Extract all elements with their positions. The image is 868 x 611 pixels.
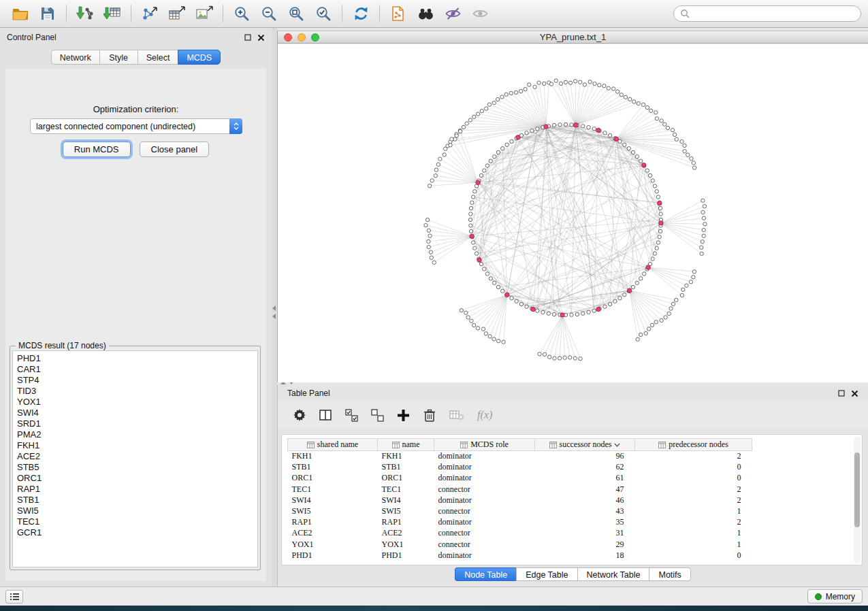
open-session-button[interactable] xyxy=(7,3,34,25)
mcds-result-item[interactable]: ORC1 xyxy=(17,473,257,484)
mcds-result-item[interactable]: CAR1 xyxy=(17,364,257,375)
table-cell[interactable]: 96 xyxy=(535,451,635,462)
table-cell[interactable]: 35 xyxy=(535,517,635,528)
optimization-criterion-select[interactable]: largest connected component (undirected) xyxy=(30,118,242,134)
table-scrollbar-thumb[interactable] xyxy=(854,452,860,527)
tab-select[interactable]: Select xyxy=(138,50,178,65)
table-cell[interactable]: ACE2 xyxy=(378,528,434,539)
network-canvas-svg[interactable] xyxy=(278,44,868,382)
table-cell[interactable]: 1 xyxy=(635,539,752,550)
column-header-successor-nodes[interactable]: successor nodes xyxy=(535,439,635,451)
table-cell[interactable]: 2 xyxy=(635,484,752,495)
mcds-result-item[interactable]: STB1 xyxy=(17,495,257,506)
table-cell[interactable]: 43 xyxy=(535,506,635,516)
table-cell[interactable]: SWI5 xyxy=(288,506,378,516)
table-cell[interactable]: dominator xyxy=(434,451,535,462)
mcds-result-list[interactable]: PHD1CAR1STP4TID3YOX1SWI4SRD1PMA2FKH1ACE2… xyxy=(12,350,258,567)
mcds-result-item[interactable]: PHD1 xyxy=(17,353,257,364)
table-row[interactable]: STB1STB1dominator620 xyxy=(288,462,752,473)
table-cell[interactable]: 1 xyxy=(635,528,752,539)
network-window-titlebar[interactable]: YPA_prune.txt_1 xyxy=(278,31,868,44)
select-all-rows-button[interactable] xyxy=(345,409,358,422)
table-cell[interactable]: 61 xyxy=(535,473,635,484)
collapse-left-icon[interactable] xyxy=(272,314,276,319)
column-header-predecessor-nodes[interactable]: predecessor nodes xyxy=(635,439,752,451)
network-nodes[interactable] xyxy=(424,79,707,361)
table-cell[interactable]: RAP1 xyxy=(378,517,434,528)
table-cell[interactable]: 0 xyxy=(635,473,752,484)
table-cell[interactable]: 0 xyxy=(635,550,752,561)
mcds-result-item[interactable]: GCR1 xyxy=(17,527,257,538)
table-cell[interactable]: dominator xyxy=(434,495,535,506)
memory-button[interactable]: Memory xyxy=(807,589,863,604)
collapse-left-icon[interactable] xyxy=(272,306,276,311)
column-header-mcds-role[interactable]: MCDS role xyxy=(434,439,535,451)
table-cell[interactable]: YOX1 xyxy=(378,539,434,550)
table-cell[interactable]: YOX1 xyxy=(288,539,378,550)
mcds-result-item[interactable]: RAP1 xyxy=(17,484,257,495)
function-builder-button[interactable]: f(x) xyxy=(477,409,492,421)
task-history-button[interactable] xyxy=(5,590,23,604)
network-canvas[interactable] xyxy=(278,44,868,382)
column-menu-icon[interactable] xyxy=(549,442,557,448)
table-cell[interactable]: RAP1 xyxy=(288,517,378,528)
tab-network[interactable]: Network xyxy=(51,50,99,65)
tab-style[interactable]: Style xyxy=(99,50,138,65)
show-all-button[interactable] xyxy=(466,3,494,25)
table-cell[interactable]: 47 xyxy=(535,484,635,495)
zoom-out-button[interactable] xyxy=(255,3,283,25)
table-row[interactable]: SWI5SWI5connector431 xyxy=(288,506,752,516)
close-panel-icon[interactable] xyxy=(257,34,265,42)
mcds-result-item[interactable]: ACE2 xyxy=(17,451,257,462)
table-cell[interactable]: 46 xyxy=(535,495,635,506)
table-cell[interactable]: PHD1 xyxy=(288,550,378,561)
table-cell[interactable]: 2 xyxy=(635,517,752,528)
table-cell[interactable]: dominator xyxy=(434,517,535,528)
table-cell[interactable]: 18 xyxy=(535,550,635,561)
table-cell[interactable]: 2 xyxy=(635,451,752,462)
column-header-shared-name[interactable]: shared name xyxy=(288,439,378,451)
zoom-in-button[interactable] xyxy=(228,3,255,25)
deselect-all-rows-button[interactable] xyxy=(371,409,384,422)
table-cell[interactable]: connector xyxy=(434,484,535,495)
clone-network-button[interactable] xyxy=(385,3,412,25)
search-box[interactable] xyxy=(673,5,861,22)
mcds-result-item[interactable]: STB5 xyxy=(17,462,257,473)
close-panel-icon[interactable] xyxy=(851,390,858,397)
table-row[interactable]: ORC1ORC1dominator610 xyxy=(288,473,752,484)
table-row[interactable]: PHD1PHD1dominator180 xyxy=(288,550,752,561)
column-menu-icon[interactable] xyxy=(658,442,666,448)
export-table-button[interactable] xyxy=(163,3,191,25)
table-cell[interactable]: FKH1 xyxy=(288,451,378,462)
mcds-result-item[interactable]: YOX1 xyxy=(17,397,257,408)
column-menu-icon[interactable] xyxy=(460,442,468,448)
sort-chevron-down-icon[interactable] xyxy=(614,443,620,447)
table-cell[interactable]: ORC1 xyxy=(378,473,434,484)
find-button[interactable] xyxy=(412,3,439,25)
vertical-splitter[interactable] xyxy=(272,28,277,587)
table-row[interactable]: ACE2ACE2connector311 xyxy=(288,528,752,539)
table-row[interactable]: TEC1TEC1connector472 xyxy=(288,484,752,495)
tab-network-table[interactable]: Network Table xyxy=(577,567,649,581)
table-cell[interactable]: STB1 xyxy=(378,462,434,473)
run-mcds-button[interactable]: Run MCDS xyxy=(63,142,131,157)
search-input[interactable] xyxy=(694,9,854,18)
hide-selected-button[interactable] xyxy=(439,3,466,25)
zoom-fit-button[interactable] xyxy=(283,3,310,25)
import-table-button[interactable] xyxy=(99,3,126,25)
table-cell[interactable]: connector xyxy=(434,506,535,516)
table-cell[interactable]: TEC1 xyxy=(378,484,434,495)
table-cell[interactable]: SWI5 xyxy=(378,506,434,516)
zoom-selected-button[interactable] xyxy=(310,3,337,25)
table-cell[interactable]: ORC1 xyxy=(288,473,378,484)
show-columns-button[interactable] xyxy=(319,409,332,421)
delete-column-button[interactable] xyxy=(423,408,436,423)
table-cell[interactable]: TEC1 xyxy=(288,484,378,495)
table-scrollbar[interactable] xyxy=(854,436,861,563)
tab-mcds[interactable]: MCDS xyxy=(178,50,221,65)
mcds-result-item[interactable]: SWI4 xyxy=(17,408,257,418)
close-panel-button[interactable]: Close panel xyxy=(140,142,210,157)
table-cell[interactable]: dominator xyxy=(434,550,535,561)
mcds-result-item[interactable]: TID3 xyxy=(17,386,257,397)
table-cell[interactable]: connector xyxy=(434,539,535,550)
